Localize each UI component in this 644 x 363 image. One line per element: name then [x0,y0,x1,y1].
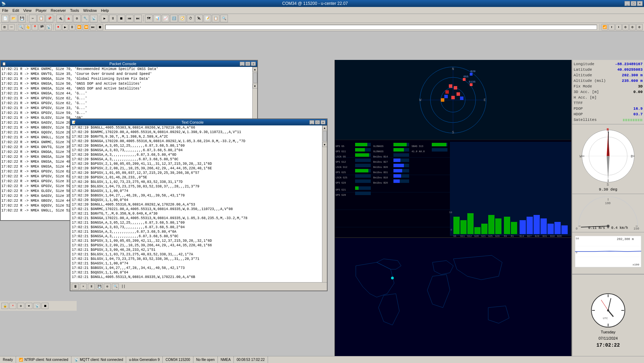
menu-file[interactable]: File [0,8,10,13]
svg-text:BeiDou B18: BeiDou B18 [373,176,388,179]
tb-view5[interactable]: 🧭 [178,15,186,22]
menu-player[interactable]: Player [33,8,48,13]
svg-rect-51 [355,179,371,183]
svg-text:G11: G11 [460,235,465,238]
tb-btn7[interactable]: ⏸ [109,15,117,22]
menu-edit[interactable]: Edit [10,8,21,13]
menu-help[interactable]: Help [99,8,111,13]
tb2-signal[interactable]: 📶 [601,24,608,30]
bc-btn5[interactable]: 📡 [33,303,40,309]
tb2-settings3[interactable]: ⚙ [636,24,643,30]
maximize-button[interactable]: □ [631,1,636,6]
tb-view7[interactable]: 🛰 [195,15,203,22]
tb-paste[interactable]: 📌 [46,15,53,22]
window-controls[interactable]: _ □ × [624,1,643,6]
tb-btn5[interactable]: 📡 [90,15,98,22]
bc-btn2[interactable]: × [9,303,16,309]
tb-disconnect[interactable]: ⏏ [65,15,72,22]
pc-minimize[interactable]: _ [240,62,245,66]
scroll-down-arrow[interactable]: ▼ [253,84,258,88]
tb-save[interactable]: 💾 [18,15,26,22]
tb-view6[interactable]: ⏱ [187,15,194,22]
tb2-down[interactable]: ⬇ [615,24,622,30]
hdop-row: HDOP 03.7 [574,111,643,117]
tb-btn4[interactable]: 🔧 [82,15,89,22]
text-console-lines: 17:02:19 $GNGLL,4005.55303,N,08814.09266… [70,125,322,282]
text-scroll-up[interactable]: ▲ [322,125,327,130]
tb2-stop[interactable]: ⏹ [97,24,103,30]
text-scroll-thumb[interactable] [323,131,327,141]
tc-btn-clear[interactable]: 🗑 [72,284,79,290]
pc-maximize[interactable]: □ [245,62,250,66]
svg-text:0: 0 [576,227,577,230]
bc-btn3[interactable]: ⚙ [17,303,24,309]
text-scrollbar[interactable]: ▲ ▼ [322,125,327,282]
tb-copy[interactable]: 📋 [37,15,45,22]
tc-btn-close[interactable]: × [80,284,87,290]
tb-btn9[interactable]: ⏮ [126,15,133,22]
tb-view9[interactable]: 📋 [212,15,220,22]
tb2-step[interactable]: ⏭ [90,24,96,30]
tb2-sep2 [53,24,54,30]
tb2-prev[interactable]: ⏪ [83,24,89,30]
tb-view10[interactable]: 🔍 [220,15,228,22]
tb2-btn3[interactable]: 🔍 [18,24,24,30]
tb-cut[interactable]: ✂ [29,15,37,22]
tc-btn-save[interactable]: 💾 [96,284,103,290]
menu-receiver[interactable]: Receiver [49,8,68,13]
tc-maximize[interactable]: □ [315,120,320,124]
bc-btn6[interactable]: ⏹ [41,303,48,309]
text-scroll-down[interactable]: ▼ [322,142,327,147]
tc-btn-settings[interactable]: ⚙ [104,284,111,290]
tc-pause-indicator: || [121,285,125,288]
text-console-label: Text Console [182,120,204,124]
tb-btn8[interactable]: ⏹ [117,15,125,22]
title-bar: 📡 COM34 @ 115200 - u-center 22.07 _ □ × [0,0,644,7]
menu-tools[interactable]: Tools [68,8,81,13]
tb-view4[interactable]: 🔢 [170,15,178,22]
tc-btn-pause[interactable]: ⏸ [88,284,95,290]
svg-rect-104 [554,222,561,234]
tb2-up[interactable]: ⬆ [608,24,615,30]
tb2-btn7[interactable]: 📡 [46,24,52,30]
menu-window[interactable]: Window [81,8,99,13]
text-console-line: 17:02:21 $GNVTG,T,,M,0.350,N,0.649,K,A*3… [70,211,322,216]
pc-close[interactable]: × [251,62,256,66]
tc-minimize[interactable]: _ [309,120,314,124]
tb2-btn6[interactable]: 🏴 [39,24,45,30]
svg-text:G29: G29 [495,235,500,238]
tb-view2[interactable]: 📊 [153,15,161,22]
scroll-thumb[interactable] [253,72,257,83]
tb2-rec[interactable]: ● [55,24,61,30]
tb2-fwd[interactable]: ⏩ [76,24,82,30]
tb2-settings2[interactable]: ⚙ [629,24,636,30]
tb2-play[interactable]: ▶ [62,24,68,30]
tb-btn10[interactable]: ⏭ [134,15,142,22]
tb-new[interactable]: 📄 [1,15,9,22]
tb-view1[interactable]: 🗺 [145,15,153,22]
tb2-btn2[interactable]: ↔ [8,24,15,30]
bc-btn1[interactable]: 🔒 [1,303,8,309]
minimize-button[interactable]: _ [624,1,630,6]
tb-view8[interactable]: 📝 [204,15,211,22]
text-console-content: 17:02:19 $GNGLL,4005.55303,N,08814.09266… [70,125,327,282]
tb2-btn4[interactable]: 👆 [25,24,31,30]
svg-text:G21: G21 [481,235,486,238]
tc-btn-filter[interactable]: 🔍 [112,284,119,290]
svg-text:G5: G5 [453,235,456,238]
svg-text:G12: G12 [467,235,472,238]
tb2-btn1[interactable]: ⊞ [1,24,8,30]
tb-btn3[interactable]: ⚙ [73,15,81,22]
menu-view[interactable]: View [21,8,34,13]
scroll-up-arrow[interactable]: ▲ [253,67,258,72]
tc-close[interactable]: × [321,120,325,124]
tb2-settings1[interactable]: ⚙ [622,24,629,30]
close-button[interactable]: × [637,1,643,6]
tb-view3[interactable]: 📈 [162,15,169,22]
tb-btn6[interactable]: ▶ [101,15,108,22]
tb2-pause[interactable]: ⏸ [69,24,75,30]
tb-connect[interactable]: 🔌 [56,15,64,22]
tb-open[interactable]: 📂 [10,15,17,22]
bc-btn4[interactable]: ❤ [25,303,32,309]
tb2-btn5[interactable]: 📍 [32,24,38,30]
